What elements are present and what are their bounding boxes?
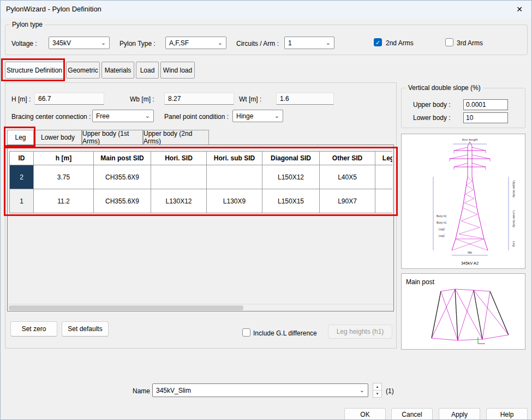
tab-geometric[interactable]: Geometric [66,62,100,79]
row-header-2[interactable]: 2 [10,165,34,189]
help-button[interactable]: Help [486,408,528,420]
tab-structure-definition[interactable]: Structure Definition [5,62,64,79]
leg-heights-button[interactable]: Leg heights (h1) [328,325,392,339]
cancel-button[interactable]: Cancel [391,408,433,420]
window-title: PylonWizard - Pylon Definition [6,1,101,18]
cell-diagonal[interactable]: L150X12 [262,165,320,189]
apply-button[interactable]: Apply [439,408,480,420]
pylon-wizard-dialog: PylonWizard - Pylon Definition ✕ Pylon t… [0,0,532,420]
pylon-type-value: A,F,SF [169,39,189,47]
tower-caption: 345kV A2 [461,261,479,266]
lower-body-diagram-label: Lower body [512,211,516,227]
third-arms-checkbox[interactable] [445,38,453,46]
tab-wind-load[interactable]: Wind load [160,62,195,79]
name-spinner-down[interactable]: ▼ [373,390,382,398]
name-combo[interactable]: 345kV_Slim ⌄ [152,383,368,397]
pylon-type-label: Pylon Type : [119,40,156,47]
subtab-leg[interactable]: Leg [7,130,34,145]
wt-label: Wt [m] : [239,95,261,103]
subtab-lower-body[interactable]: Lower body [34,130,82,145]
cell-hori-sub[interactable]: L130X9 [207,189,262,213]
cell-other[interactable]: L40X5 [320,165,375,189]
voltage-label: Voltage : [11,40,37,47]
main-post-panel: Main post [401,273,525,350]
chevron-down-icon: ⌄ [145,113,150,119]
col-header-hori[interactable]: Hori. SID [151,152,207,165]
chevron-down-icon: ⌄ [326,40,331,46]
cell-hori-sub[interactable] [207,165,262,189]
row-header-1[interactable]: 1 [10,189,34,213]
bracing-value: Free [96,112,110,120]
main-post-diagram [402,274,525,349]
chevron-down-icon: ⌄ [360,387,364,393]
third-arms-label: 3rd Arms [457,39,483,47]
name-label: Name [133,387,150,395]
leg2-label: Leg2 [439,227,445,231]
h-input[interactable] [34,93,104,105]
cell-leg-div[interactable] [375,189,392,213]
pylon-type-legend: Pylon type [10,21,45,28]
wb-label: Wb [m] : [130,95,154,103]
include-gl-checkbox[interactable] [242,328,250,337]
cell-h[interactable]: 3.75 [34,165,94,189]
check-icon: ✓ [375,39,380,46]
lower-body-input[interactable] [463,112,508,123]
col-header-h[interactable]: h [m] [34,152,94,165]
wt-input[interactable] [276,93,334,105]
leg-grid: ID h [m] Main post SID Hori. SID Hori. s… [9,151,392,214]
slope-legend: Vertical double slope (%) [406,84,483,92]
title-bar: PylonWizard - Pylon Definition ✕ [1,1,531,18]
cell-main-post[interactable]: CH355.6X9 [94,189,151,213]
cell-hori[interactable] [151,165,207,189]
name-value: 345kV_Slim [156,387,191,394]
bracing-label: Bracing center connection : [11,113,91,121]
name-spinner-up[interactable]: ▲ [373,383,382,391]
chevron-down-icon: ⌄ [101,40,106,46]
cell-h[interactable]: 11.2 [34,189,94,213]
subtab-upper-body-1st[interactable]: Upper body (1st Arms) [82,130,143,145]
scrollbar-thumb[interactable] [9,305,243,310]
close-icon[interactable]: ✕ [507,1,531,18]
cell-leg-div[interactable] [375,165,392,189]
tower-diagram-panel: Arm length [401,134,525,269]
h-label: H [m] : [11,95,31,103]
chevron-down-icon: ⌄ [218,40,223,46]
panel-point-combo[interactable]: Hinge ⌄ [232,110,283,122]
tab-materials[interactable]: Materials [101,62,134,79]
include-gl-label: Include G.L difference [253,329,317,337]
voltage-combo[interactable]: 345kV ⌄ [49,37,110,49]
upper-body-diagram-label: Upper body [512,181,516,197]
wb-input[interactable] [164,93,234,105]
upper-body-label: Upper body : [413,101,451,109]
col-header-other[interactable]: Other SID [320,152,375,165]
body-h1-label: Body h1 [437,221,447,224]
arm-length-label: Arm length [462,138,477,141]
cell-other[interactable]: L90X7 [320,189,375,213]
bracing-combo[interactable]: Free ⌄ [92,110,154,122]
lower-body-label: Lower body : [413,114,451,122]
leg-diagram-label: Leg [512,241,516,247]
circuits-combo[interactable]: 1 ⌄ [284,37,334,49]
second-arms-checkbox[interactable]: ✓ [374,38,382,46]
tower-diagram: Arm length [402,134,525,268]
grid-horizontal-scrollbar[interactable] [8,304,393,311]
cell-main-post[interactable]: CH355.6X9 [94,165,151,189]
col-header-hori-sub[interactable]: Hori. sub SID [207,152,262,165]
col-header-main-post[interactable]: Main post SID [94,152,151,165]
circuits-value: 1 [288,39,292,47]
tab-load[interactable]: Load [136,62,159,79]
cell-hori[interactable]: L130X12 [151,189,207,213]
ok-button[interactable]: OK [344,408,386,420]
pylon-type-combo[interactable]: A,F,SF ⌄ [165,37,226,49]
col-header-id[interactable]: ID [10,152,34,165]
upper-body-input[interactable] [463,99,508,110]
col-header-leg-div[interactable]: Leg Div [375,152,392,165]
set-zero-button[interactable]: Set zero [10,321,57,337]
cell-diagonal[interactable]: L150X15 [262,189,320,213]
body-h2-label: Body h2 [437,214,447,218]
panel-point-value: Hinge [236,112,253,120]
set-defaults-button[interactable]: Set defaults [62,321,109,337]
subtab-upper-body-2nd[interactable]: Upper body (2nd Arms) [143,130,209,145]
col-header-diagonal[interactable]: Diagonal SID [262,152,320,165]
voltage-value: 345kV [52,39,71,47]
